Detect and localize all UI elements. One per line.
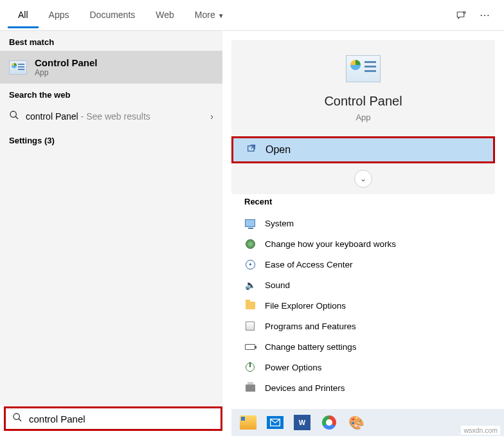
expand-section: ⌄: [231, 170, 495, 188]
open-label: Open: [266, 144, 291, 156]
taskbar-file-explorer[interactable]: [239, 413, 257, 431]
taskbar-mail[interactable]: [266, 413, 284, 431]
recent-list: System Change how your keyboard works ✦E…: [231, 213, 495, 398]
open-action-highlight: Open: [231, 136, 495, 163]
battery-icon: [244, 341, 256, 352]
recent-item-system[interactable]: System: [244, 213, 482, 233]
more-options-icon[interactable]: ⋯: [478, 9, 491, 22]
taskbar-chrome[interactable]: [320, 413, 338, 431]
best-match-item[interactable]: Control Panel App: [0, 51, 222, 84]
svg-point-4: [14, 413, 19, 419]
open-button[interactable]: Open: [233, 138, 493, 161]
recent-item-battery[interactable]: Change battery settings: [244, 336, 482, 357]
best-match-title: Control Panel: [35, 57, 98, 68]
results-panel: Best match Control Panel App Search the …: [0, 31, 222, 405]
expand-button[interactable]: ⌄: [354, 170, 372, 188]
svg-line-2: [15, 116, 18, 119]
recent-label: Recent: [231, 194, 495, 213]
chevron-down-icon: ⌄: [360, 174, 366, 183]
search-icon: [9, 110, 19, 123]
search-web-label: Search the web: [0, 84, 222, 104]
preview-subtitle: App: [231, 113, 495, 122]
recent-item-keyboard[interactable]: Change how your keyboard works: [244, 233, 482, 254]
filter-tabs: All Apps Documents Web More▼: [8, 2, 455, 28]
svg-point-1: [10, 111, 16, 117]
recent-item-power[interactable]: Power Options: [244, 357, 482, 377]
settings-label[interactable]: Settings (3): [0, 129, 222, 149]
power-icon: [244, 361, 256, 373]
monitor-icon: [244, 217, 256, 229]
recent-item-sound[interactable]: 🔈Sound: [244, 275, 482, 295]
svg-point-0: [464, 12, 465, 14]
control-panel-icon: [9, 60, 27, 75]
feedback-icon[interactable]: [455, 9, 468, 22]
web-result-text: control Panel - See web results: [26, 111, 204, 122]
speaker-icon: 🔈: [244, 279, 256, 291]
tab-apps[interactable]: Apps: [39, 2, 80, 28]
search-box-highlight: [4, 406, 222, 431]
preview-panel: Control Panel App Open ⌄ Recent System C…: [222, 31, 504, 405]
preview-title: Control Panel: [231, 94, 495, 109]
chevron-down-icon: ▼: [218, 12, 224, 19]
svg-line-5: [19, 419, 21, 421]
chevron-right-icon: ›: [210, 111, 213, 122]
taskbar-paint[interactable]: 🎨: [347, 413, 365, 431]
search-input[interactable]: [29, 413, 214, 424]
tab-web[interactable]: Web: [145, 2, 184, 28]
taskbar-word[interactable]: W: [293, 413, 311, 431]
recent-item-ease-of-access[interactable]: ✦Ease of Access Center: [244, 254, 482, 275]
tab-more[interactable]: More▼: [184, 2, 235, 28]
web-result-item[interactable]: control Panel - See web results ›: [0, 104, 222, 129]
tab-all[interactable]: All: [8, 2, 39, 28]
recent-item-programs[interactable]: Programs and Features: [244, 316, 482, 336]
printer-icon: [244, 382, 256, 394]
control-panel-icon: [346, 55, 381, 82]
search-header: All Apps Documents Web More▼ ⋯: [0, 0, 504, 31]
box-icon: [244, 320, 256, 332]
preview-card: Control Panel App Open ⌄: [231, 40, 495, 194]
recent-item-devices[interactable]: Devices and Printers: [244, 377, 482, 398]
best-match-label: Best match: [0, 31, 222, 51]
globe-icon: [244, 238, 256, 250]
tab-documents[interactable]: Documents: [79, 2, 145, 28]
open-icon: [246, 143, 256, 156]
ease-icon: ✦: [244, 259, 256, 270]
folder-icon: [244, 300, 256, 311]
watermark: wsxdn.com: [461, 426, 500, 435]
recent-item-file-explorer[interactable]: File Explorer Options: [244, 295, 482, 316]
best-match-subtitle: App: [35, 68, 98, 77]
search-icon: [12, 412, 22, 425]
